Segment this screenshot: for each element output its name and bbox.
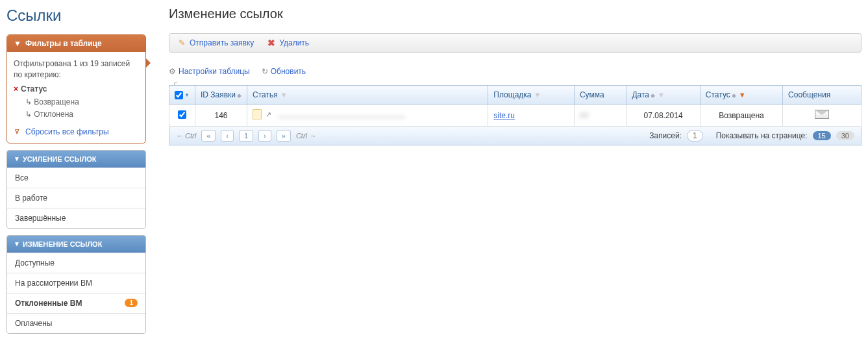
count-badge: 1 [125,299,138,307]
nav-item-review[interactable]: На рассмотрении ВМ [7,273,145,293]
refresh-icon: ↻ [262,67,268,76]
nav-item-rejected[interactable]: Отклоненные ВМ 1 [7,293,145,313]
delete-icon: ✖ [267,38,276,47]
col-article[interactable]: Статья▼ [247,86,488,105]
cell-messages [783,105,862,127]
chevron-down-icon: ▼ [14,155,20,162]
select-all-checkbox[interactable] [175,91,183,99]
row-checkbox[interactable] [178,110,186,119]
chevron-down-icon: ▼ [14,240,20,247]
cell-date: 07.08.2014 [626,105,700,127]
pencil-icon: ✎ [177,38,186,47]
col-site[interactable]: Площадка▼ [488,86,575,105]
page-title: Ссылки [6,6,146,25]
site-link[interactable]: site.ru [493,111,515,120]
nav-panel-change: ▼ ИЗМЕНЕНИЕ ССЫЛОК Доступные На рассмотр… [6,235,146,334]
col-id[interactable]: ID Заявки◆ [195,86,247,105]
gear-icon: ⚙ [169,67,176,76]
page-size-15[interactable]: 15 [813,131,831,140]
reset-filter-icon: ⛛ [14,127,21,136]
refresh-link[interactable]: ↻ Обновить [262,67,306,76]
filter-icon[interactable]: ▼ [534,91,541,99]
table-settings-link[interactable]: ⚙ Настройки таблицы [169,67,250,76]
col-status[interactable]: Статус◆▼ [700,86,782,105]
send-request-button[interactable]: ✎ Отправить заявку [177,38,254,47]
filters-header[interactable]: ▼ Фильтры в таблице [7,35,145,52]
col-date[interactable]: Дата◆▼ [626,86,700,105]
filter-icon[interactable]: ▼ [658,91,665,99]
filters-title: Фильтры в таблице [25,39,102,48]
per-page-label: Показывать на странице: [716,131,808,140]
data-table: ▼ ID Заявки◆ Статья▼ Площадка▼ Сумма Дат… [169,85,862,127]
filter-label: Статус [21,84,47,94]
col-messages[interactable]: Сообщения [783,86,862,105]
mail-icon[interactable] [815,110,829,119]
col-checkbox[interactable]: ▼ [169,86,195,105]
nav-item-done[interactable]: Завершённые [7,208,145,228]
page-prev-button[interactable]: ‹ [221,130,234,142]
nav-panel-boost: ▼ УСИЛЕНИЕ ССЫЛОК Все В работе Завершённ… [6,150,146,229]
funnel-icon: ▼ [14,39,21,48]
page-first-button[interactable]: « [201,130,216,142]
cell-sum: //// [574,105,626,127]
page-size-30[interactable]: 30 [836,131,854,140]
main-title: Изменение ссылок [169,6,862,21]
resize-grip-icon[interactable]: ⌌ [171,77,178,86]
nav-header[interactable]: ▼ ИЗМЕНЕНИЕ ССЫЛОК [7,236,145,253]
col-sum[interactable]: Сумма [574,86,626,105]
cell-status: Возвращена [700,105,782,127]
filter-info: Отфильтрована 1 из 19 записей по критери… [14,58,139,81]
external-link-icon[interactable]: ↗ [266,110,271,119]
page-next-button[interactable]: › [258,130,271,142]
document-icon[interactable] [253,109,262,119]
records-count: 1 [687,130,703,142]
filter-value: ↳ Отклонена [25,108,139,121]
filter-icon[interactable]: ▼ [280,91,288,99]
nav-item-all[interactable]: Все [7,168,145,188]
remove-filter-icon[interactable]: × [14,84,18,94]
page-last-button[interactable]: » [277,130,291,142]
filters-panel: ▼ Фильтры в таблице Отфильтрована 1 из 1… [6,34,146,144]
cell-article: ↗ ——————————————— [247,105,488,127]
nav-header[interactable]: ▼ УСИЛЕНИЕ ССЫЛОК [7,151,145,168]
page-number[interactable]: 1 [239,130,253,142]
delete-button[interactable]: ✖ Удалить [267,38,309,47]
records-label: Записей: [649,131,682,140]
nav-item-available[interactable]: Доступные [7,253,145,273]
toolbar: ✎ Отправить заявку ✖ Удалить [169,33,862,53]
filter-value: ↳ Возвращена [25,96,139,108]
reset-filters-link[interactable]: ⛛ Сбросить все фильтры [14,127,139,136]
ctrl-left-hint: ← Ctrl [176,132,196,140]
cell-site: site.ru [488,105,575,127]
nav-item-inwork[interactable]: В работе [7,188,145,208]
table-row[interactable]: 146 ↗ ——————————————— site.ru //// 07.08… [169,105,862,127]
cell-id: 146 [195,105,247,127]
ctrl-right-hint: Ctrl → [296,132,316,140]
nav-item-paid[interactable]: Оплачены [7,313,145,333]
filter-icon[interactable]: ▼ [739,91,746,99]
table-footer: ← Ctrl « ‹ 1 › » Ctrl → Записей: 1 Показ… [169,127,862,145]
